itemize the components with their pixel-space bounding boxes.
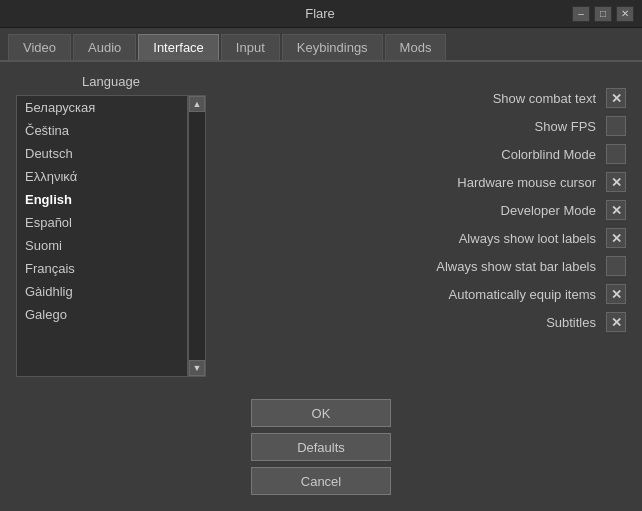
option-label: Colorblind Mode bbox=[501, 147, 596, 162]
title-bar: Flare – □ ✕ bbox=[0, 0, 642, 28]
footer: OK Defaults Cancel bbox=[0, 389, 642, 511]
option-checkbox[interactable] bbox=[606, 228, 626, 248]
language-item[interactable]: Deutsch bbox=[17, 142, 187, 165]
main-content: Language БеларускаяČeštinaDeutschΕλληνικ… bbox=[0, 62, 642, 389]
option-checkbox[interactable] bbox=[606, 256, 626, 276]
option-row: Developer Mode bbox=[222, 200, 626, 220]
language-item[interactable]: Français bbox=[17, 257, 187, 280]
close-button[interactable]: ✕ bbox=[616, 6, 634, 22]
tab-interface[interactable]: Interface bbox=[138, 34, 219, 60]
option-label: Subtitles bbox=[546, 315, 596, 330]
language-item[interactable]: Español bbox=[17, 211, 187, 234]
scroll-track bbox=[189, 112, 205, 360]
tab-mods[interactable]: Mods bbox=[385, 34, 447, 60]
language-item[interactable]: Suomi bbox=[17, 234, 187, 257]
language-item[interactable]: Gàidhlig bbox=[17, 280, 187, 303]
language-panel: Language БеларускаяČeštinaDeutschΕλληνικ… bbox=[16, 74, 206, 377]
restore-button[interactable]: □ bbox=[594, 6, 612, 22]
tab-input[interactable]: Input bbox=[221, 34, 280, 60]
tab-bar: VideoAudioInterfaceInputKeybindingsMods bbox=[0, 28, 642, 62]
options-panel: Show combat textShow FPSColorblind ModeH… bbox=[222, 74, 626, 377]
option-row: Hardware mouse cursor bbox=[222, 172, 626, 192]
language-heading: Language bbox=[16, 74, 206, 89]
window-title: Flare bbox=[68, 6, 572, 21]
language-list: БеларускаяČeštinaDeutschΕλληνικάEnglishE… bbox=[16, 95, 188, 377]
option-row: Always show stat bar labels bbox=[222, 256, 626, 276]
defaults-button[interactable]: Defaults bbox=[251, 433, 391, 461]
option-label: Always show stat bar labels bbox=[436, 259, 596, 274]
option-row: Colorblind Mode bbox=[222, 144, 626, 164]
ok-button[interactable]: OK bbox=[251, 399, 391, 427]
option-checkbox[interactable] bbox=[606, 88, 626, 108]
language-scrollbar[interactable]: ▲ ▼ bbox=[188, 95, 206, 377]
scroll-down-button[interactable]: ▼ bbox=[189, 360, 205, 376]
option-label: Show combat text bbox=[493, 91, 596, 106]
option-label: Automatically equip items bbox=[449, 287, 596, 302]
option-label: Developer Mode bbox=[501, 203, 596, 218]
tab-audio[interactable]: Audio bbox=[73, 34, 136, 60]
option-checkbox[interactable] bbox=[606, 116, 626, 136]
tab-video[interactable]: Video bbox=[8, 34, 71, 60]
language-item[interactable]: Čeština bbox=[17, 119, 187, 142]
window-controls: – □ ✕ bbox=[572, 6, 634, 22]
option-checkbox[interactable] bbox=[606, 144, 626, 164]
option-row: Automatically equip items bbox=[222, 284, 626, 304]
option-row: Subtitles bbox=[222, 312, 626, 332]
option-checkbox[interactable] bbox=[606, 172, 626, 192]
language-item[interactable]: Galego bbox=[17, 303, 187, 326]
language-item[interactable]: Ελληνικά bbox=[17, 165, 187, 188]
option-label: Hardware mouse cursor bbox=[457, 175, 596, 190]
language-item[interactable]: Беларуская bbox=[17, 96, 187, 119]
option-checkbox[interactable] bbox=[606, 200, 626, 220]
cancel-button[interactable]: Cancel bbox=[251, 467, 391, 495]
option-checkbox[interactable] bbox=[606, 312, 626, 332]
option-row: Show combat text bbox=[222, 88, 626, 108]
minimize-button[interactable]: – bbox=[572, 6, 590, 22]
tab-keybindings[interactable]: Keybindings bbox=[282, 34, 383, 60]
scroll-up-button[interactable]: ▲ bbox=[189, 96, 205, 112]
option-checkbox[interactable] bbox=[606, 284, 626, 304]
option-row: Show FPS bbox=[222, 116, 626, 136]
option-row: Always show loot labels bbox=[222, 228, 626, 248]
language-item[interactable]: English bbox=[17, 188, 187, 211]
language-list-container: БеларускаяČeštinaDeutschΕλληνικάEnglishE… bbox=[16, 95, 206, 377]
option-label: Show FPS bbox=[535, 119, 596, 134]
option-label: Always show loot labels bbox=[459, 231, 596, 246]
